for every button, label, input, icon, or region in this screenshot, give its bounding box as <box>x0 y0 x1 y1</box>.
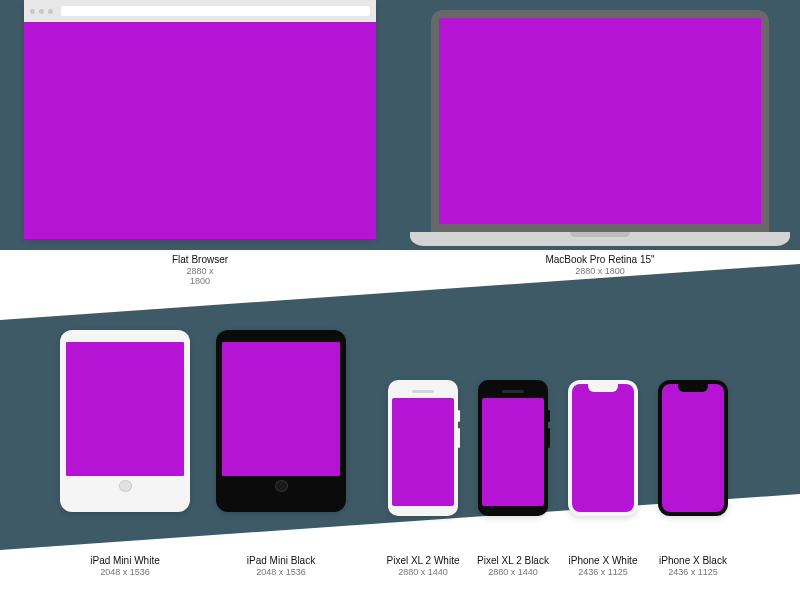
display-notch-icon <box>678 384 708 392</box>
side-button-icon <box>458 428 460 448</box>
pixel-xl2-white-mockup <box>388 380 458 516</box>
device-name: Flat Browser <box>24 254 376 265</box>
device-name: iPhone X White <box>558 555 648 566</box>
device-name: Pixel XL 2 Black <box>468 555 558 566</box>
phone-frame <box>388 380 458 516</box>
device-dimensions: 2048 x 1536 <box>60 568 190 578</box>
phone-frame <box>568 380 638 516</box>
device-name: iPad Mini Black <box>216 555 346 566</box>
traffic-lights <box>30 9 53 14</box>
speaker-icon <box>412 390 434 393</box>
tablet-frame <box>60 330 190 512</box>
iphone-x-white-mockup <box>568 380 638 516</box>
browser-window <box>24 0 376 239</box>
phone-frame <box>478 380 548 516</box>
address-bar <box>61 6 370 16</box>
display-notch-icon <box>588 384 618 392</box>
side-button-icon <box>458 410 460 422</box>
laptop-screen <box>439 18 761 224</box>
device-name: Pixel XL 2 White <box>378 555 468 566</box>
dim-line: 2880 x <box>186 266 213 276</box>
tablet-frame <box>216 330 346 512</box>
dim-line: 1800 <box>190 276 210 286</box>
browser-viewport <box>24 22 376 239</box>
device-name: iPhone X Black <box>648 555 738 566</box>
pixel-xl2-white-label: Pixel XL 2 White 2880 x 1440 <box>378 555 468 578</box>
pixel-xl2-black-label: Pixel XL 2 Black 2880 x 1440 <box>468 555 558 578</box>
phone-screen <box>572 384 634 512</box>
home-button-icon <box>119 480 132 492</box>
pixel-xl2-black-mockup <box>478 380 548 516</box>
phone-screen <box>662 384 724 512</box>
traffic-light-icon <box>39 9 44 14</box>
ipad-mini-white-mockup <box>60 330 190 512</box>
device-name: MacBook Pro Retina 15" <box>410 254 790 265</box>
traffic-light-icon <box>30 9 35 14</box>
laptop-hinge-notch <box>570 232 630 237</box>
iphone-x-white-label: iPhone X White 2436 x 1125 <box>558 555 648 578</box>
device-dimensions: 2436 x 1125 <box>648 568 738 578</box>
device-dimensions: 2880 x 1440 <box>468 568 558 578</box>
traffic-light-icon <box>48 9 53 14</box>
macbook-pro-label: MacBook Pro Retina 15" 2880 x 1800 <box>410 254 790 277</box>
speaker-icon <box>502 390 524 393</box>
device-dimensions: 2880 x 1800 <box>24 267 376 287</box>
device-name: iPad Mini White <box>60 555 190 566</box>
device-dimensions: 2048 x 1536 <box>216 568 346 578</box>
phone-screen <box>392 398 454 506</box>
browser-toolbar <box>24 0 376 22</box>
flat-browser-mockup <box>24 0 376 239</box>
iphone-x-black-label: iPhone X Black 2436 x 1125 <box>648 555 738 578</box>
side-button-icon <box>548 410 550 422</box>
device-dimensions: 2436 x 1125 <box>558 568 648 578</box>
iphone-x-black-mockup <box>658 380 728 516</box>
tablet-screen <box>222 342 340 476</box>
home-button-icon <box>275 480 288 492</box>
macbook-pro-mockup <box>410 10 790 246</box>
ipad-mini-black-label: iPad Mini Black 2048 x 1536 <box>216 555 346 578</box>
ipad-mini-black-mockup <box>216 330 346 512</box>
flat-browser-label: Flat Browser 2880 x 1800 <box>24 254 376 287</box>
laptop-base <box>410 232 790 246</box>
ipad-mini-white-label: iPad Mini White 2048 x 1536 <box>60 555 190 578</box>
laptop-lid <box>431 10 769 232</box>
phone-screen <box>482 398 544 506</box>
tablet-screen <box>66 342 184 476</box>
side-button-icon <box>548 428 550 448</box>
device-dimensions: 2880 x 1800 <box>410 267 790 277</box>
phone-frame <box>658 380 728 516</box>
device-dimensions: 2880 x 1440 <box>378 568 468 578</box>
